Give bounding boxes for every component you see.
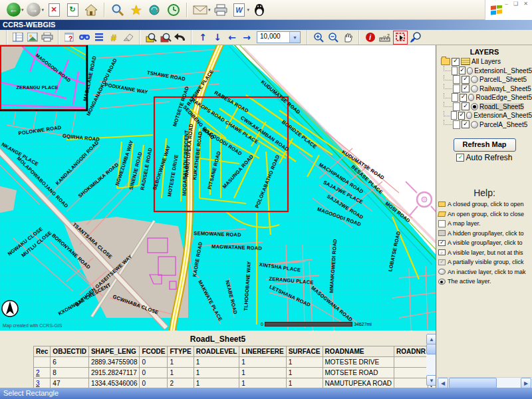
back-dropdown-icon[interactable]: ▾: [21, 7, 24, 13]
zoom-box-red-icon[interactable]: [159, 31, 172, 44]
layer-item-RoadEdge_Sheet5[interactable]: RoadEdge_Sheet5: [441, 93, 532, 102]
eraser-icon[interactable]: [122, 31, 135, 44]
overview-inset: [0, 45, 87, 111]
scroll-up-icon[interactable]: ▲: [426, 334, 436, 344]
layer-active-radio[interactable]: [471, 85, 478, 92]
table-vertical-scrollbar[interactable]: ▲ ▼: [426, 334, 436, 386]
layers-tree-root[interactable]: All Layers: [441, 57, 532, 66]
table-cell: 1: [239, 368, 286, 378]
window-controls[interactable]: ‒ ❏ ✕: [505, 1, 530, 7]
layer-visibility-checkbox[interactable]: [462, 120, 469, 128]
refresh-icon[interactable]: ↻: [65, 2, 80, 18]
mail-dropdown-icon[interactable]: ▾: [208, 7, 211, 13]
layer-label[interactable]: ExtensionL_Sheet5: [474, 67, 532, 74]
column-header: SURFACE: [286, 346, 323, 357]
layer-doc-icon: [453, 75, 460, 84]
history-icon[interactable]: [166, 2, 182, 18]
layer-label[interactable]: RailwayL_Sheet5: [479, 85, 531, 92]
help-item: A partially visible group, click: [437, 257, 532, 267]
edit-dropdown-icon[interactable]: ▾: [247, 7, 250, 13]
table-cell: 1: [194, 378, 239, 388]
stop-icon[interactable]: ✕: [46, 2, 62, 18]
layer-label[interactable]: ParcelA_Sheet5: [479, 121, 527, 128]
scale-combo[interactable]: 10,000 ▼: [257, 31, 301, 43]
print-icon[interactable]: [213, 2, 229, 18]
zoom-box-icon[interactable]: [144, 31, 158, 44]
identify-form-icon[interactable]: ?: [63, 31, 76, 44]
layer-label[interactable]: ParcelL_Sheet5: [479, 76, 527, 83]
search-icon[interactable]: [110, 2, 126, 18]
grid-icon[interactable]: #: [107, 31, 120, 44]
layer-label[interactable]: RoadEdge_Sheet5: [475, 94, 532, 101]
zoom-select-icon[interactable]: [409, 31, 422, 44]
pan-right-icon[interactable]: →: [240, 31, 253, 44]
layer-list-icon[interactable]: [92, 31, 106, 44]
map-canvas: [0, 45, 436, 331]
zoom-in-icon[interactable]: [312, 31, 325, 44]
layer-active-radio[interactable]: [471, 103, 478, 110]
column-header: ROADLEVEL: [194, 346, 239, 357]
previous-extent-icon[interactable]: [174, 31, 187, 44]
back-icon[interactable]: ←: [5, 2, 21, 18]
record-link[interactable]: 3: [36, 380, 40, 387]
layer-active-radio[interactable]: [471, 121, 478, 128]
layer-active-radio[interactable]: [468, 94, 475, 101]
layer-visibility-checkbox[interactable]: [462, 76, 469, 84]
mail-icon[interactable]: [192, 2, 208, 18]
layer-active-radio[interactable]: [467, 67, 473, 74]
scrollbar-thumb[interactable]: [449, 378, 497, 388]
auto-refresh-checkbox[interactable]: [456, 154, 464, 162]
layer-item-RoadL_Sheet5[interactable]: RoadL_Sheet5: [441, 102, 532, 112]
scroll-down-icon[interactable]: ▼: [426, 375, 436, 386]
layer-item-RailwayL_Sheet5[interactable]: RailwayL_Sheet5: [441, 84, 532, 94]
forward-icon[interactable]: →: [26, 2, 42, 18]
pan-down-icon[interactable]: ↓: [211, 31, 224, 44]
find-icon[interactable]: [78, 31, 91, 44]
print-icon[interactable]: [41, 31, 54, 44]
record-link[interactable]: 2: [36, 369, 40, 376]
image-icon[interactable]: [26, 31, 39, 44]
layer-item-ParcelA_Sheet5[interactable]: ParcelA_Sheet5: [441, 120, 532, 130]
scale-value[interactable]: 10,000: [257, 32, 289, 43]
layer-doc-icon: [453, 102, 460, 111]
layer-visibility-checkbox[interactable]: [462, 102, 469, 110]
layer-active-radio[interactable]: [466, 112, 472, 119]
table-scrollbar-thumb[interactable]: [426, 344, 436, 354]
layer-visibility-checkbox[interactable]: [458, 112, 465, 120]
pan-hand-icon[interactable]: [341, 31, 354, 44]
table-cell: [394, 378, 428, 388]
refresh-map-button[interactable]: Refresh Map: [454, 138, 516, 152]
windows-logo: [491, 5, 503, 16]
pan-left-icon[interactable]: ←: [225, 31, 239, 44]
layer-item-ExtensionL_Sheet5[interactable]: ExtensionL_Sheet5: [441, 66, 532, 76]
home-icon[interactable]: [83, 2, 99, 18]
map-viewport[interactable]: MAGOGODI ROADZERANGU PLACETSHAWE ROADPOD…: [0, 45, 436, 331]
help-text: A map layer.: [448, 220, 481, 227]
select-rectangle-icon[interactable]: [393, 31, 408, 45]
layer-label[interactable]: ExtensionA_Sheet5: [473, 112, 532, 119]
root-label[interactable]: All Layers: [471, 58, 501, 65]
root-visibility-checkbox[interactable]: [452, 58, 460, 66]
pan-up-icon[interactable]: ↑: [196, 31, 209, 44]
word-edit-icon[interactable]: W: [231, 2, 247, 18]
scale-dropdown-icon[interactable]: ▼: [289, 32, 300, 43]
legend-icon[interactable]: [11, 31, 25, 44]
layer-item-ExtensionA_Sheet5[interactable]: ExtensionA_Sheet5: [441, 111, 532, 120]
forward-dropdown-icon[interactable]: ▾: [42, 7, 45, 13]
layer-active-radio[interactable]: [471, 76, 478, 83]
layer-visibility-checkbox[interactable]: [459, 66, 466, 74]
scroll-left-icon[interactable]: ◀: [438, 378, 448, 388]
zoom-out-icon[interactable]: [327, 31, 340, 44]
media-icon[interactable]: ♪: [147, 2, 163, 18]
measure-icon[interactable]: ↔2: [378, 31, 392, 44]
table-cell: 1334.45346006: [88, 378, 140, 388]
panel-horizontal-scrollbar[interactable]: ◀ ▶: [437, 377, 532, 388]
layer-visibility-checkbox[interactable]: [462, 84, 469, 92]
layer-item-ParcelL_Sheet5[interactable]: ParcelL_Sheet5: [441, 75, 532, 84]
info-icon[interactable]: i: [364, 31, 377, 44]
scroll-right-icon[interactable]: ▶: [521, 378, 531, 388]
layer-label[interactable]: RoadL_Sheet5: [479, 103, 524, 110]
qq-icon[interactable]: [251, 2, 267, 18]
layer-visibility-checkbox[interactable]: [460, 94, 467, 102]
favorites-icon[interactable]: ★: [128, 2, 144, 18]
